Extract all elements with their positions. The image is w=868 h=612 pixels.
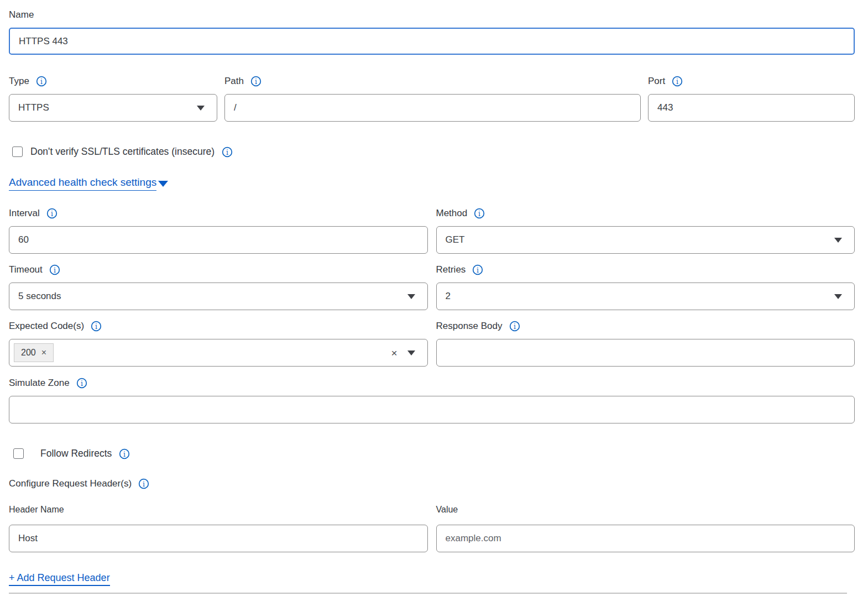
type-select[interactable]: HTTPS xyxy=(9,94,217,122)
name-field: Name xyxy=(9,9,855,55)
expected-codes-field: Expected Code(s) i 200 × × xyxy=(9,320,428,367)
type-path-port-row: Type i HTTPS Path i Port xyxy=(9,75,855,122)
method-info-icon[interactable]: i xyxy=(474,208,485,219)
simulate-zone-label: Simulate Zone xyxy=(9,377,70,389)
method-field: Method i GET xyxy=(436,207,855,254)
simulate-zone-info-icon[interactable]: i xyxy=(76,378,87,389)
ssl-verify-info-icon[interactable]: i xyxy=(222,147,233,158)
value-column-label: Value xyxy=(436,505,855,515)
expected-codes-select[interactable]: 200 × × xyxy=(9,339,428,367)
svg-text:i: i xyxy=(81,379,83,388)
follow-redirects-checkbox[interactable] xyxy=(13,448,24,459)
codes-body-row: Expected Code(s) i 200 × × Response Body xyxy=(9,320,855,367)
simulate-zone-input[interactable] xyxy=(9,396,855,423)
advanced-settings-label: Advanced health check settings xyxy=(9,176,156,189)
name-label: Name xyxy=(9,9,34,21)
svg-text:i: i xyxy=(676,77,678,86)
svg-text:i: i xyxy=(478,210,480,218)
retries-select-value: 2 xyxy=(446,291,451,302)
type-label: Type xyxy=(9,75,29,87)
expected-codes-label: Expected Code(s) xyxy=(9,320,84,332)
path-input[interactable] xyxy=(224,94,641,122)
health-check-settings-form: Name Type i HTTPS Path i xyxy=(0,0,868,612)
interval-label: Interval xyxy=(9,207,40,219)
interval-field: Interval i xyxy=(9,207,428,254)
interval-input[interactable] xyxy=(9,226,428,254)
advanced-settings-wrap: Advanced health check settings xyxy=(9,176,855,191)
port-label: Port xyxy=(648,75,665,87)
follow-redirects-info-icon[interactable]: i xyxy=(119,448,130,459)
ssl-verify-row: Don't verify SSL/TLS certificates (insec… xyxy=(9,146,855,158)
simulate-zone-field: Simulate Zone i xyxy=(9,377,855,423)
svg-text:i: i xyxy=(123,449,126,458)
timeout-retries-row: Timeout i 5 seconds Retries i 2 xyxy=(9,264,855,310)
add-request-header-link[interactable]: + Add Request Header xyxy=(9,572,110,586)
chevron-down-icon xyxy=(834,238,842,243)
response-body-input[interactable] xyxy=(436,339,855,367)
path-info-icon[interactable]: i xyxy=(250,76,262,87)
expected-code-tag[interactable]: 200 × xyxy=(14,343,54,362)
response-body-field: Response Body i xyxy=(436,320,855,367)
chevron-down-icon xyxy=(197,106,205,111)
interval-method-row: Interval i Method i GET xyxy=(9,207,855,254)
svg-text:i: i xyxy=(95,322,97,331)
svg-text:i: i xyxy=(40,77,43,86)
svg-text:i: i xyxy=(54,266,56,274)
chevron-down-icon xyxy=(407,351,415,355)
port-input[interactable] xyxy=(648,94,855,122)
port-info-icon[interactable]: i xyxy=(672,76,683,87)
expand-caret-icon xyxy=(158,181,168,187)
timeout-field: Timeout i 5 seconds xyxy=(9,264,428,310)
retries-info-icon[interactable]: i xyxy=(472,264,483,275)
retries-select[interactable]: 2 xyxy=(436,283,855,310)
type-select-value: HTTPS xyxy=(18,102,49,113)
svg-text:i: i xyxy=(255,77,257,86)
section-divider xyxy=(9,593,847,594)
request-headers-label: Configure Request Header(s) xyxy=(9,478,132,490)
advanced-settings-link[interactable]: Advanced health check settings xyxy=(9,176,156,191)
header-columns-row: Header Name Value xyxy=(9,505,855,515)
request-headers-info-icon[interactable]: i xyxy=(138,478,149,489)
timeout-select-value: 5 seconds xyxy=(18,291,61,302)
svg-text:i: i xyxy=(477,266,479,274)
retries-field: Retries i 2 xyxy=(436,264,855,310)
svg-text:i: i xyxy=(51,210,53,218)
name-input[interactable] xyxy=(9,28,855,55)
port-field: Port i xyxy=(648,75,855,122)
request-headers-section: Configure Request Header(s) i xyxy=(9,478,855,490)
timeout-info-icon[interactable]: i xyxy=(49,264,60,275)
timeout-select[interactable]: 5 seconds xyxy=(9,283,428,310)
svg-text:i: i xyxy=(226,148,228,156)
timeout-label: Timeout xyxy=(9,264,43,276)
interval-info-icon[interactable]: i xyxy=(46,208,57,219)
follow-redirects-row: Follow Redirects i xyxy=(9,448,855,459)
header-value-input[interactable] xyxy=(436,525,855,552)
retries-label: Retries xyxy=(436,264,466,276)
ssl-verify-label: Don't verify SSL/TLS certificates (insec… xyxy=(30,146,215,158)
header-row xyxy=(9,525,855,552)
response-body-info-icon[interactable]: i xyxy=(509,321,520,332)
method-select[interactable]: GET xyxy=(436,226,855,254)
add-header-wrap: + Add Request Header xyxy=(9,572,855,586)
chevron-down-icon xyxy=(834,294,842,299)
method-label: Method xyxy=(436,207,468,219)
expected-code-tag-label: 200 xyxy=(21,348,36,358)
clear-all-icon[interactable]: × xyxy=(391,348,397,358)
svg-text:i: i xyxy=(143,480,145,488)
path-field: Path i xyxy=(224,75,641,122)
remove-tag-icon[interactable]: × xyxy=(41,348,46,357)
ssl-verify-checkbox[interactable] xyxy=(12,147,23,157)
method-select-value: GET xyxy=(446,234,465,245)
path-label: Path xyxy=(224,75,244,87)
follow-redirects-label: Follow Redirects xyxy=(40,448,112,459)
header-name-column-label: Header Name xyxy=(9,505,428,515)
expected-codes-info-icon[interactable]: i xyxy=(91,321,102,332)
chevron-down-icon xyxy=(407,294,415,299)
response-body-label: Response Body xyxy=(436,320,503,332)
svg-text:i: i xyxy=(514,322,516,331)
type-field: Type i HTTPS xyxy=(9,75,217,122)
header-name-input[interactable] xyxy=(9,525,428,552)
type-info-icon[interactable]: i xyxy=(36,76,47,87)
